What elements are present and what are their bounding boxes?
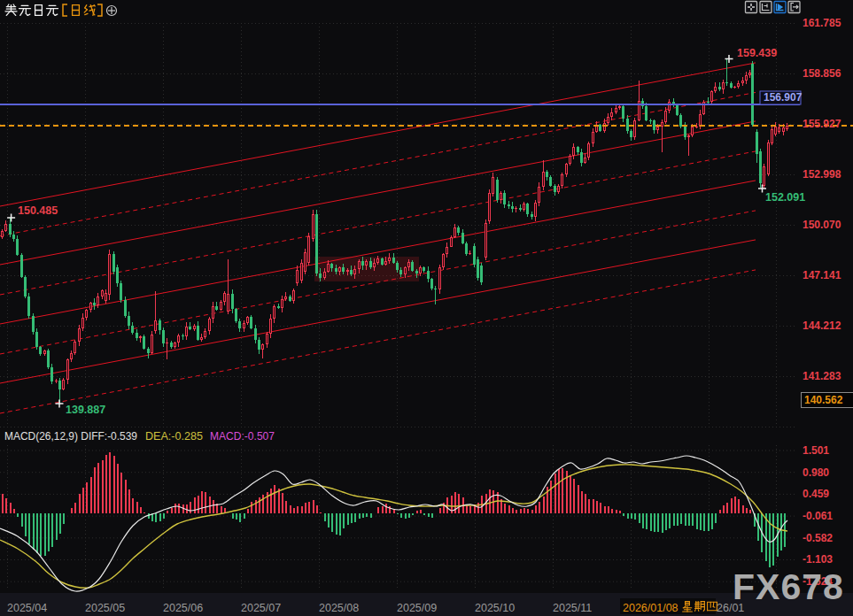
svg-text:DEA:-0.285: DEA:-0.285 (145, 429, 203, 443)
svg-text:161.785: 161.785 (803, 17, 841, 29)
svg-text:155.927: 155.927 (803, 118, 841, 130)
svg-text:FX678: FX678 (733, 566, 844, 607)
svg-text:-1.103: -1.103 (803, 553, 833, 566)
svg-text:150.070: 150.070 (803, 219, 841, 231)
svg-text:140.562: 140.562 (804, 394, 843, 406)
svg-text:26/01: 26/01 (717, 602, 744, 614)
svg-text:139.887: 139.887 (66, 404, 105, 416)
svg-text:2025/08: 2025/08 (319, 602, 359, 614)
svg-text:-0.061: -0.061 (803, 510, 833, 522)
svg-text:2025/10: 2025/10 (475, 602, 515, 614)
svg-text:2026/01/08: 2026/01/08 (623, 602, 679, 614)
svg-text:141.283: 141.283 (803, 370, 841, 382)
svg-text:MACD:-0.507: MACD:-0.507 (210, 429, 275, 443)
svg-text:2025/05: 2025/05 (85, 602, 125, 614)
svg-text:2025/04: 2025/04 (7, 602, 47, 614)
svg-text:-0.582: -0.582 (803, 532, 833, 544)
svg-text:150.485: 150.485 (18, 204, 58, 217)
svg-text:2025/06: 2025/06 (163, 602, 203, 614)
svg-text:1.501: 1.501 (803, 444, 829, 457)
svg-text:158.856: 158.856 (803, 67, 841, 80)
svg-text:152.091: 152.091 (765, 191, 805, 204)
svg-text:144.212: 144.212 (803, 320, 841, 332)
svg-text:159.439: 159.439 (737, 47, 777, 59)
svg-text:2025/07: 2025/07 (241, 602, 281, 614)
svg-text:147.141: 147.141 (803, 269, 841, 281)
svg-text:2025/11: 2025/11 (553, 602, 592, 614)
svg-text:156.907: 156.907 (764, 91, 803, 104)
svg-text:0.459: 0.459 (803, 488, 829, 500)
svg-text:152.998: 152.998 (803, 168, 841, 181)
svg-text:0.980: 0.980 (803, 466, 829, 479)
svg-text:MACD(26,12,9) DIFF:-0.539: MACD(26,12,9) DIFF:-0.539 (4, 429, 137, 443)
svg-text:2025/09: 2025/09 (397, 602, 437, 614)
